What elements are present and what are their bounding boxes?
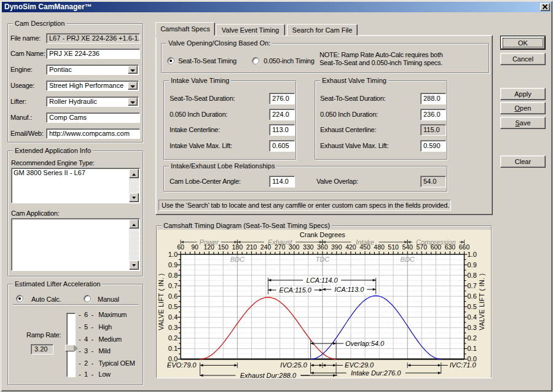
svg-text:Crank Degrees: Crank Degrees xyxy=(300,231,345,238)
svg-text:0.1: 0.1 xyxy=(468,345,477,352)
svg-text:ICA:113.0: ICA:113.0 xyxy=(334,286,364,293)
svg-text:Exhaust Dur:288.0: Exhaust Dur:288.0 xyxy=(240,372,297,378)
svg-text:0.5: 0.5 xyxy=(168,303,178,310)
svg-text:0.6: 0.6 xyxy=(168,292,178,300)
svg-text:Compression: Compression xyxy=(416,238,456,246)
svg-text:ECA:115.0: ECA:115.0 xyxy=(279,286,312,294)
svg-text:0.7: 0.7 xyxy=(468,282,477,289)
svg-text:BDC: BDC xyxy=(401,256,415,263)
svg-text:VALVE LIFT ( IN. ): VALVE LIFT ( IN. ) xyxy=(478,273,485,331)
svg-text:0.2: 0.2 xyxy=(468,334,477,342)
svg-text:Overlap:54.0: Overlap:54.0 xyxy=(345,340,385,347)
svg-text:390: 390 xyxy=(331,243,342,251)
svg-text:LCA:114.0: LCA:114.0 xyxy=(306,276,338,284)
svg-text:IVC:71.0: IVC:71.0 xyxy=(450,361,477,369)
svg-text:Power: Power xyxy=(200,238,220,246)
svg-text:TDC: TDC xyxy=(315,256,329,263)
svg-text:0.8: 0.8 xyxy=(168,272,178,279)
svg-text:IVO:25.0: IVO:25.0 xyxy=(280,361,307,369)
svg-text:0.2: 0.2 xyxy=(168,334,178,342)
svg-text:1.0: 1.0 xyxy=(168,251,178,258)
svg-text:0.4: 0.4 xyxy=(468,313,477,321)
svg-text:Exhaust: Exhaust xyxy=(268,238,293,246)
svg-text:0.5: 0.5 xyxy=(468,303,477,310)
svg-text:510: 510 xyxy=(388,243,399,251)
svg-text:EVO:79.0: EVO:79.0 xyxy=(167,361,197,369)
svg-text:0.3: 0.3 xyxy=(468,324,477,331)
svg-text:VALVE LIFT ( IN. ): VALVE LIFT ( IN. ) xyxy=(157,273,165,331)
svg-text:Intake: Intake xyxy=(356,238,374,246)
svg-text:Intake Dur:276.0: Intake Dur:276.0 xyxy=(351,369,401,377)
svg-text:0.3: 0.3 xyxy=(168,324,178,331)
svg-text:0.9: 0.9 xyxy=(468,261,477,269)
svg-text:0.9: 0.9 xyxy=(168,261,178,269)
svg-text:1.0: 1.0 xyxy=(468,251,477,258)
svg-text:EVC:29.0: EVC:29.0 xyxy=(345,361,374,369)
svg-text:420: 420 xyxy=(345,243,356,251)
svg-text:90: 90 xyxy=(191,243,198,251)
svg-text:0.1: 0.1 xyxy=(168,345,178,352)
svg-text:0.4: 0.4 xyxy=(168,313,178,321)
svg-text:210: 210 xyxy=(246,243,257,251)
svg-text:330: 330 xyxy=(303,243,314,251)
svg-text:0.7: 0.7 xyxy=(168,282,178,289)
svg-text:BDC: BDC xyxy=(230,256,245,263)
svg-text:150: 150 xyxy=(218,243,229,251)
svg-text:0.6: 0.6 xyxy=(468,292,477,300)
svg-text:480: 480 xyxy=(374,243,385,251)
svg-text:0.8: 0.8 xyxy=(468,272,477,279)
